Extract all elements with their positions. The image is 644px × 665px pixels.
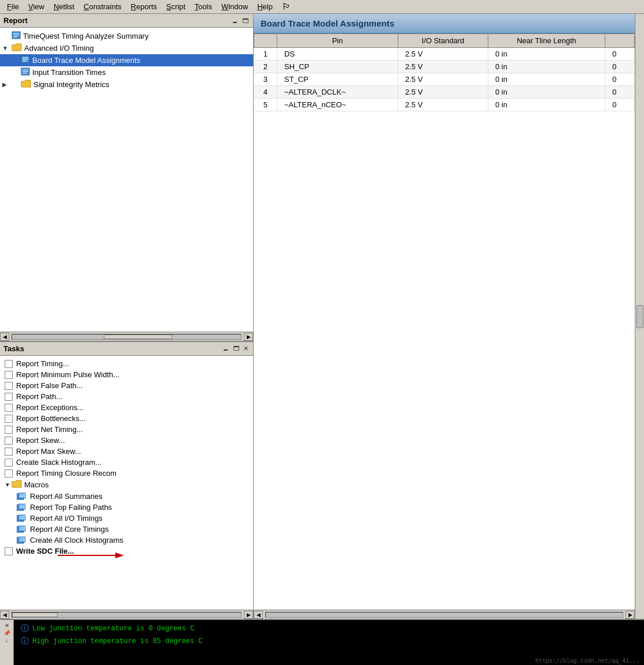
menu-help[interactable]: Help [253,1,277,12]
tasks-panel-header: Tasks 🗕 🗖 ✕ [0,342,253,356]
checkbox-max-skew[interactable] [5,448,13,456]
tasks-hscroll-thumb[interactable] [12,613,58,617]
task-net-timing[interactable]: Report Net Timing... [0,424,253,435]
console-down-icon[interactable]: ↓ [5,637,8,644]
cell-tline-4: 0 in [488,86,605,99]
task-skew[interactable]: Report Skew... [0,435,253,446]
task-write-sdc[interactable]: Write SDC File... [0,546,253,557]
tasks-float-icon[interactable]: 🗖 [232,344,240,353]
checkbox-net-timing[interactable] [5,426,13,434]
macro-icon-all-core [16,525,27,533]
tasks-hscroll[interactable]: ◀ ▶ [0,610,253,619]
tasks-hscroll-right[interactable]: ▶ [244,611,253,619]
checkbox-exceptions[interactable] [5,404,13,412]
tree-item-timequest[interactable]: TimeQuest Timing Analyzer Summary [0,30,253,42]
checkbox-bottlenecks[interactable] [5,415,13,423]
console-area: ✕ 📌 ↓ ⓘ Low junction temperature is 0 de… [0,619,644,665]
checkbox-false-path[interactable] [5,382,13,390]
task-all-core[interactable]: Report All Core Timings [0,524,253,535]
console-line-2: ⓘ High junction temperature is 85 degree… [21,635,639,648]
tree-item-advanced-io[interactable]: ▼ Advanced I/O Timing [0,42,253,54]
table-row: 5 ~ALTERA_nCEO~ 2.5 V 0 in 0 [254,99,635,111]
menu-tools[interactable]: Tools [190,1,217,12]
task-macros-folder[interactable]: ▼ Macros [0,479,253,491]
hscroll-right[interactable]: ▶ [244,333,253,341]
checkbox-timing-closure[interactable] [5,469,13,478]
task-min-pulse[interactable]: Report Minimum Pulse Width... [0,369,253,380]
report-panel-title: Report [3,16,28,25]
task-all-summaries[interactable]: Report All Summaries [0,491,253,502]
console-pin-icon[interactable]: 📌 [3,630,10,636]
macros-folder-icon [12,480,22,490]
tasks-pin-icon[interactable]: 🗕 [221,344,230,353]
cell-pin-3: ST_CP [277,73,398,86]
hscroll-thumb[interactable] [104,335,172,339]
task-false-path[interactable]: Report False Path... [0,380,253,391]
checkbox-skew[interactable] [5,437,13,445]
right-scroll-handle[interactable] [635,14,644,619]
console-x-icon[interactable]: ✕ [5,622,9,629]
task-label-report-timing: Report Timing... [16,359,69,368]
cell-io-5: 2.5 V [398,99,488,111]
checkbox-path[interactable] [5,393,13,401]
tree-label-input-trans: Input Transition Times [32,68,106,77]
report-icon-board-trace [21,55,30,65]
indent-4a: ▶ [2,81,12,88]
content-hscroll[interactable]: ◀ ▶ [254,610,635,619]
task-bottlenecks[interactable]: Report Bottlenecks... [0,413,253,424]
cell-io-1: 2.5 V [398,48,488,61]
task-report-timing[interactable]: Report Timing... [0,358,253,369]
checkbox-write-sdc[interactable] [5,547,13,555]
tree-item-board-trace[interactable]: Board Trace Model Assignments [0,54,253,66]
menu-reports[interactable]: Reports [126,1,162,12]
task-max-skew[interactable]: Report Max Skew... [0,446,253,457]
tasks-hscroll-left[interactable]: ◀ [0,611,9,619]
task-label-all-core: Report All Core Timings [30,525,109,533]
cell-num-2: 2 [254,61,277,73]
table-row: 2 SH_CP 2.5 V 0 in 0 [254,61,635,73]
checkbox-slack-hist[interactable] [5,459,13,467]
report-pin-icon[interactable]: 🗕 [231,17,239,25]
right-scroll-thumb[interactable] [637,305,643,328]
report-panel-header: Report 🗕 🗖 [0,14,253,28]
console-msg-1: Low junction temperature is 0 degrees C [32,623,194,634]
tree-item-input-trans[interactable]: Input Transition Times [0,66,253,78]
task-slack-hist[interactable]: Create Slack Histogram... [0,457,253,468]
cell-tline-1: 0 in [488,48,605,61]
report-float-icon[interactable]: 🗖 [241,17,250,25]
report-tree: TimeQuest Timing Analyzer Summary ▼ Adva… [0,28,253,332]
checkbox-report-timing[interactable] [5,360,13,368]
info-icon-2: ⓘ [21,635,29,648]
help-icon[interactable]: 🏳 [282,2,291,12]
hscroll-track[interactable] [12,334,242,340]
menu-file[interactable]: File [2,1,24,12]
menu-script[interactable]: Script [161,1,190,12]
content-hscroll-track[interactable] [265,612,623,618]
content-hscroll-left[interactable]: ◀ [254,611,263,619]
cell-pin-4: ~ALTERA_DCLK~ [277,86,398,99]
report-hscroll[interactable]: ◀ ▶ [0,332,253,341]
menu-window[interactable]: Window [217,1,253,12]
cell-num-1: 1 [254,48,277,61]
cell-pin-1: DS [277,48,398,61]
task-all-io[interactable]: Report All I/O Timings [0,513,253,524]
menu-constraints[interactable]: Constraints [79,1,126,12]
task-all-clock[interactable]: Create All Clock Histograms [0,535,253,546]
tree-label-timequest: TimeQuest Timing Analyzer Summary [23,32,149,40]
hscroll-left[interactable]: ◀ [0,333,9,341]
task-exceptions[interactable]: Report Exceptions... [0,402,253,413]
tree-item-signal-int[interactable]: ▶ Signal Integrity Metrics [0,78,253,91]
red-arrow [58,550,127,561]
task-path[interactable]: Report Path... [0,391,253,402]
task-top-failing[interactable]: Report Top Failing Paths [0,502,253,513]
tree-label-signal-int: Signal Integrity Metrics [33,80,110,89]
svg-rect-13 [18,493,25,498]
menu-view[interactable]: View [24,1,49,12]
checkbox-min-pulse[interactable] [5,371,13,379]
menu-netlist[interactable]: Netlist [49,1,79,12]
task-timing-closure[interactable]: Report Timing Closure Recom [0,468,253,479]
cell-extra-1: 0 [605,48,634,61]
content-hscroll-right[interactable]: ▶ [626,611,635,619]
tasks-close-icon[interactable]: ✕ [242,344,250,353]
tasks-hscroll-track[interactable] [12,612,242,618]
